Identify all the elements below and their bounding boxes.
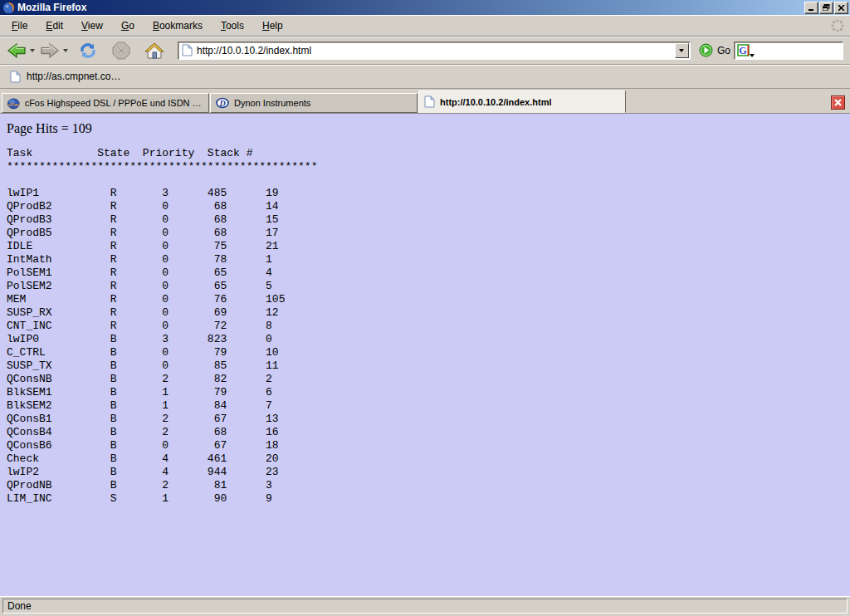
reload-button[interactable]	[76, 40, 100, 61]
back-button[interactable]	[5, 41, 28, 61]
task-row: QProdB3 R 0 68 15	[7, 213, 843, 227]
menu-view[interactable]: View	[75, 17, 110, 34]
task-row: BlkSEM1 B 1 79 6	[7, 386, 843, 399]
minimize-button[interactable]	[804, 2, 818, 14]
titlebar: Mozilla Firefox	[0, 0, 850, 15]
task-row: QConsB1 B 2 67 13	[7, 413, 843, 426]
tab-3[interactable]: http://10.0.10.2/index.html	[418, 90, 626, 113]
tab-bar: cFos cFos Highspeed DSL / PPPoE und ISDN…	[0, 89, 850, 114]
menu-bar: FileEditViewGoBookmarksToolsHelp	[0, 15, 850, 37]
task-row: lwIP1 R 3 485 19	[7, 187, 843, 200]
task-row: QProdB2 R 0 68 14	[7, 200, 843, 213]
cfos-favicon: cFos	[7, 96, 20, 110]
task-row: Check B 4 461 20	[7, 452, 843, 466]
menu-edit[interactable]: Edit	[39, 17, 70, 34]
page-hits-text: Page Hits = 109	[7, 121, 843, 136]
task-row: C_CTRL B 0 79 10	[7, 346, 843, 359]
task-row: IDLE R 0 75 21	[7, 240, 843, 253]
throbber-icon	[830, 18, 845, 33]
menu-file[interactable]: File	[5, 17, 34, 34]
task-table: Task State Priority Stack #*************…	[7, 147, 843, 506]
home-button[interactable]	[143, 41, 166, 61]
search-input[interactable]	[756, 45, 831, 56]
task-row: Task State Priority Stack #	[7, 147, 843, 160]
menu-bookmarks[interactable]: Bookmarks	[146, 17, 209, 34]
window-title: Mozilla Firefox	[17, 2, 804, 13]
status-text: Done	[2, 599, 848, 614]
task-row: PolSEM2 R 0 65 5	[7, 280, 843, 293]
task-row: QProdB5 R 0 68 17	[7, 227, 843, 240]
menu-help[interactable]: Help	[256, 17, 290, 34]
svg-text:D: D	[218, 99, 225, 108]
go-button-label: Go	[717, 45, 730, 56]
menu-tools[interactable]: Tools	[214, 17, 251, 34]
page-content: Page Hits = 109 Task State Priority Stac…	[0, 114, 850, 596]
navigation-toolbar: Go G	[0, 37, 850, 65]
go-button[interactable]: Go	[699, 43, 730, 57]
menu-go[interactable]: Go	[115, 17, 141, 34]
task-row: MEM R 0 76 105	[7, 293, 843, 306]
search-box[interactable]: G	[734, 42, 843, 60]
bookmarks-toolbar: http://as.cmpnet.co…	[0, 65, 850, 89]
svg-text:cFos: cFos	[8, 101, 19, 107]
forward-button[interactable]	[38, 41, 61, 61]
google-icon[interactable]: G	[737, 44, 750, 57]
back-dropdown-arrow[interactable]	[30, 49, 35, 52]
task-row: CNT_INC R 0 72 8	[7, 320, 843, 333]
page-favicon	[424, 95, 435, 108]
url-input[interactable]	[195, 45, 675, 56]
tab-label: cFos Highspeed DSL / PPPoE und ISDN CAP…	[25, 98, 203, 108]
close-tab-button[interactable]	[831, 95, 845, 110]
tab-label: http://10.0.10.2/index.html	[440, 97, 551, 107]
svg-text:G: G	[739, 45, 746, 56]
task-row: QConsB4 B 2 68 16	[7, 426, 843, 439]
task-row: SUSP_RX R 0 69 12	[7, 306, 843, 320]
tab-2[interactable]: D Dynon Instruments	[210, 93, 418, 113]
tab-1[interactable]: cFos cFos Highspeed DSL / PPPoE und ISDN…	[2, 93, 209, 113]
task-row: BlkSEM2 B 1 84 7	[7, 399, 843, 413]
task-row	[7, 174, 843, 187]
search-engine-dropdown-arrow[interactable]	[750, 54, 755, 57]
stop-button[interactable]	[110, 40, 133, 61]
task-row: LIM_INC S 1 90 9	[7, 492, 843, 506]
status-bar: Done	[0, 596, 850, 616]
task-row: lwIP0 B 3 823 0	[7, 333, 843, 346]
task-row: ****************************************…	[7, 160, 843, 174]
task-row: QConsNB B 2 82 2	[7, 373, 843, 386]
task-row: IntMath R 0 78 1	[7, 253, 843, 266]
task-row: QConsB6 B 0 67 18	[7, 439, 843, 452]
task-row: lwIP2 B 4 944 23	[7, 466, 843, 479]
task-row: PolSEM1 R 0 65 4	[7, 266, 843, 280]
restore-button[interactable]	[819, 2, 833, 14]
firefox-logo-icon	[2, 2, 15, 14]
tab-label: Dynon Instruments	[234, 98, 310, 108]
url-dropdown-button[interactable]	[675, 43, 689, 58]
page-favicon	[182, 44, 193, 56]
close-window-button[interactable]	[834, 2, 848, 14]
bookmark-item[interactable]: http://as.cmpnet.co…	[7, 69, 124, 85]
task-row: SUSP_TX B 0 85 11	[7, 359, 843, 373]
task-row: QProdNB B 2 81 3	[7, 479, 843, 492]
forward-dropdown-arrow[interactable]	[63, 49, 68, 52]
page-favicon	[10, 71, 21, 83]
url-bar[interactable]	[178, 42, 691, 60]
bookmark-label: http://as.cmpnet.co…	[27, 71, 120, 82]
dynon-favicon: D	[216, 96, 229, 110]
